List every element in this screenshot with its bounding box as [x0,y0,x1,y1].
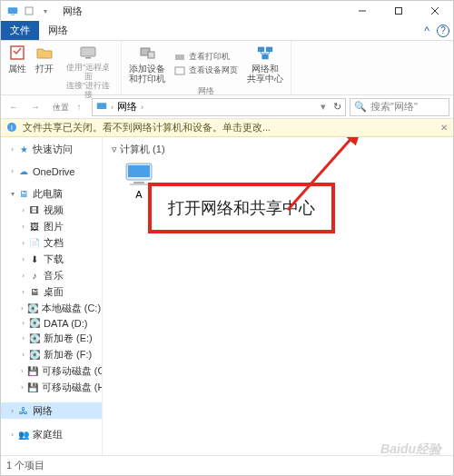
svg-rect-2 [25,7,33,15]
tree-hdrive[interactable]: ›💾可移动磁盘 (H:) [1,379,102,395]
ribbon-properties-button[interactable]: 属性 [8,44,26,74]
tree-video[interactable]: ›🎞视频 [1,202,102,218]
ribbon-open-button[interactable]: 打开 [35,44,54,74]
properties-icon [8,44,26,62]
tree-gdrive[interactable]: ›💾可移动磁盘 (G:) [1,362,102,379]
network-path-icon [96,101,107,114]
ribbon-add-device-button[interactable]: 添加设备 和打印机 [129,44,165,84]
nav-back-button[interactable]: ← [5,98,23,116]
address-bar: ← → ▾ ↑ › 网络 › ▾ ↻ 🔍 搜索"网络" [1,95,453,119]
svg-rect-23 [130,183,148,185]
ribbon-group-location: 属性 打开 使用"远程桌面 连接"进行连接 位置 [1,41,122,94]
tree-pictures[interactable]: ›🖼图片 [1,218,102,234]
tree-homegroup[interactable]: ›👥家庭组 [1,426,102,442]
svg-text:i: i [11,124,13,132]
search-field[interactable]: 🔍 搜索"网络" [350,98,449,116]
add-device-icon [138,44,156,62]
svg-rect-16 [262,55,268,59]
maximize-button[interactable] [380,1,417,21]
desktop-icon: 🖥 [29,286,40,297]
svg-rect-0 [8,7,18,14]
content-pane: ▿ 计算机 (1) A 打开网络和共享中心 [103,137,453,455]
star-icon: ★ [18,144,29,154]
qat-dropdown-icon[interactable]: ▾ [39,5,52,17]
tree-ddrive[interactable]: ›💽DATA (D:) [1,316,102,330]
pictures-icon: 🖼 [29,221,40,232]
search-placeholder: 搜索"网络" [370,100,418,114]
ribbon-view-printers[interactable]: 查看打印机 [174,51,238,63]
refresh-button[interactable]: ↻ [333,101,341,113]
tree-onedrive[interactable]: ›☁OneDrive [1,164,102,178]
tree-music[interactable]: ›♪音乐 [1,267,102,283]
svg-rect-17 [97,103,107,109]
drive-icon: 💽 [29,332,40,343]
ribbon-help-button[interactable]: ? [437,25,449,37]
docs-icon: 📄 [29,237,40,248]
nav-forward-button[interactable]: → [26,98,44,116]
body: ›★快速访问 ›☁OneDrive ▾🖥此电脑 ›🎞视频 ›🖼图片 ›📄文档 ›… [1,137,453,455]
svg-rect-21 [128,165,150,177]
svg-rect-15 [266,47,272,52]
chevron-right-icon: › [10,145,15,154]
printer-icon [174,53,185,62]
video-icon: 🎞 [29,204,40,215]
ribbon-tabs: 文件 网络 ^ ? [1,21,453,41]
tree-network[interactable]: ›🖧网络 [1,402,102,419]
open-icon [35,44,54,62]
svg-rect-12 [175,55,184,60]
drive-icon: 💽 [27,302,38,313]
tree-downloads[interactable]: ›⬇下载 [1,251,102,267]
address-dropdown-icon[interactable]: ▾ [321,101,326,113]
drive-icon: 💽 [29,349,40,360]
tab-file[interactable]: 文件 [1,21,39,40]
usb-icon: 💾 [27,382,38,392]
svg-rect-11 [148,52,154,58]
qat-icon[interactable] [23,5,35,17]
ribbon-small-list: 查看打印机 查看设备网页 [174,51,238,76]
annotation-callout: 打开网络和共享中心 [148,183,335,233]
cloud-icon: ☁ [18,166,29,177]
ribbon-help-icon[interactable]: ^ [417,25,437,37]
tree-thispc[interactable]: ▾🖥此电脑 [1,185,102,202]
nav-tree[interactable]: ›★快速访问 ›☁OneDrive ▾🖥此电脑 ›🎞视频 ›🖼图片 ›📄文档 ›… [1,137,103,455]
remote-desktop-icon [79,44,97,62]
tab-network[interactable]: 网络 [39,21,77,40]
network-icon: 🖧 [18,405,29,416]
svg-rect-8 [81,47,95,56]
search-icon: 🔍 [354,101,367,113]
window-title: 网络 [63,5,83,18]
chevron-right-icon: › [141,103,143,112]
minimize-button[interactable] [344,1,380,21]
ribbon-network-center-button[interactable]: 网络和 共享中心 [247,44,283,84]
section-header[interactable]: ▿ 计算机 (1) [112,143,444,156]
tree-desktop[interactable]: ›🖥桌面 [1,283,102,300]
ribbon-remote-desktop-button[interactable]: 使用"远程桌面 连接"进行连接 [63,44,114,100]
nav-history-dropdown[interactable]: ▾ [48,98,66,116]
tree-edrive[interactable]: ›💽新加卷 (E:) [1,330,102,346]
status-bar: 1 个项目 [1,455,453,475]
svg-rect-13 [175,67,184,74]
downloads-icon: ⬇ [29,253,40,264]
nav-up-button[interactable]: ↑ [70,98,88,116]
svg-rect-1 [11,15,15,15]
tree-cdrive[interactable]: ›💽本地磁盘 (C:) [1,300,102,316]
ribbon: 属性 打开 使用"远程桌面 连接"进行连接 位置 [1,41,453,95]
ribbon-view-device-page[interactable]: 查看设备网页 [174,64,238,76]
info-close-button[interactable]: ✕ [440,123,448,133]
chevron-right-icon: › [10,407,15,415]
info-bar[interactable]: i 文件共享已关闭。看不到网络计算机和设备。单击更改... ✕ [1,119,453,137]
tree-quick-access[interactable]: ›★快速访问 [1,141,102,157]
network-center-icon [256,44,274,62]
usb-icon: 💾 [27,365,38,376]
info-icon: i [6,122,17,134]
ribbon-group-network: 添加设备 和打印机 查看打印机 查看设备网页 网络和 共享中心 网络 [122,41,291,94]
address-path: 网络 [117,100,137,114]
close-button[interactable] [417,1,453,21]
chevron-right-icon: › [111,103,114,112]
address-field[interactable]: › 网络 › ▾ ↻ [92,98,346,116]
tree-docs[interactable]: ›📄文档 [1,234,102,251]
tree-fdrive[interactable]: ›💽新加卷 (F:) [1,346,102,362]
svg-rect-22 [133,182,144,183]
device-page-icon [174,66,185,75]
app-icon [6,5,19,17]
